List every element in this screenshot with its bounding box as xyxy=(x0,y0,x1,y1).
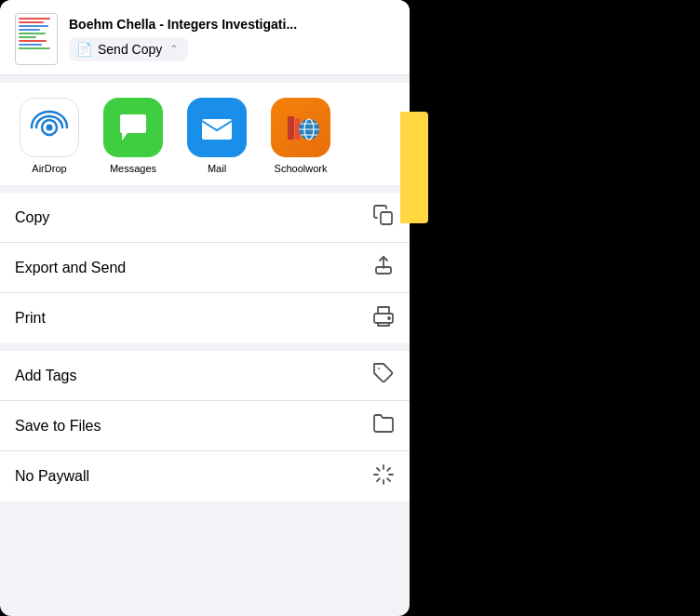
add-tags-label: Add Tags xyxy=(15,368,76,384)
messages-icon xyxy=(103,98,163,157)
svg-line-18 xyxy=(387,478,390,481)
export-send-label: Export and Send xyxy=(15,260,126,276)
tag-icon xyxy=(372,362,395,389)
svg-point-1 xyxy=(47,125,53,131)
apps-section: AirDrop Messages Mail xyxy=(0,83,410,185)
section-break xyxy=(0,343,410,351)
action-add-tags[interactable]: Add Tags xyxy=(0,351,410,401)
app-item-schoolwork[interactable]: Schoolwork xyxy=(259,98,343,174)
svg-line-17 xyxy=(377,467,380,470)
action-save-to-files[interactable]: Save to Files xyxy=(0,401,410,451)
svg-point-13 xyxy=(388,317,390,319)
folder-icon xyxy=(372,412,395,439)
right-panel xyxy=(410,0,700,616)
svg-line-22 xyxy=(387,467,390,470)
print-icon xyxy=(372,305,395,332)
airdrop-label: AirDrop xyxy=(32,163,66,174)
sticky-note-peek xyxy=(400,112,428,223)
schoolwork-label: Schoolwork xyxy=(275,163,328,174)
copy-icon xyxy=(372,204,395,231)
svg-line-21 xyxy=(377,478,380,481)
action-export-send[interactable]: Export and Send xyxy=(0,243,410,293)
schoolwork-icon xyxy=(271,98,330,157)
svg-rect-3 xyxy=(288,116,294,140)
action-copy[interactable]: Copy xyxy=(0,193,410,243)
header-info: Boehm Chella - Integers Investigati... 📄… xyxy=(69,17,395,61)
save-to-files-label: Save to Files xyxy=(15,418,101,435)
doc-title: Boehm Chella - Integers Investigati... xyxy=(69,17,395,32)
action-list-1: Copy Export and Send Print xyxy=(0,193,410,343)
print-label: Print xyxy=(15,310,46,327)
copy-label: Copy xyxy=(15,209,49,226)
send-copy-label: Send Copy xyxy=(98,42,162,57)
action-no-paywall[interactable]: No Paywall xyxy=(0,451,410,502)
apps-row: AirDrop Messages Mail xyxy=(7,98,402,174)
export-icon xyxy=(372,254,395,281)
mail-label: Mail xyxy=(208,163,226,174)
app-item-messages[interactable]: Messages xyxy=(91,98,175,174)
mail-icon xyxy=(187,98,247,157)
apps-divider xyxy=(0,185,410,193)
messages-label: Messages xyxy=(110,163,156,174)
action-list-2: Add Tags Save to Files No Paywall xyxy=(0,351,410,502)
app-item-airdrop[interactable]: AirDrop xyxy=(7,98,91,174)
no-paywall-label: No Paywall xyxy=(15,468,89,485)
app-item-mail[interactable]: Mail xyxy=(175,98,259,174)
action-print[interactable]: Print xyxy=(0,293,410,343)
chevron-icon: ⌃ xyxy=(169,43,179,56)
header: Boehm Chella - Integers Investigati... 📄… xyxy=(0,0,410,75)
airdrop-icon xyxy=(20,98,79,157)
share-panel: Boehm Chella - Integers Investigati... 📄… xyxy=(0,0,410,616)
loader-icon xyxy=(372,463,395,490)
send-copy-button[interactable]: 📄 Send Copy ⌃ xyxy=(69,37,188,61)
doc-thumbnail xyxy=(15,13,58,65)
svg-rect-10 xyxy=(381,212,392,224)
doc-icon: 📄 xyxy=(76,42,92,57)
